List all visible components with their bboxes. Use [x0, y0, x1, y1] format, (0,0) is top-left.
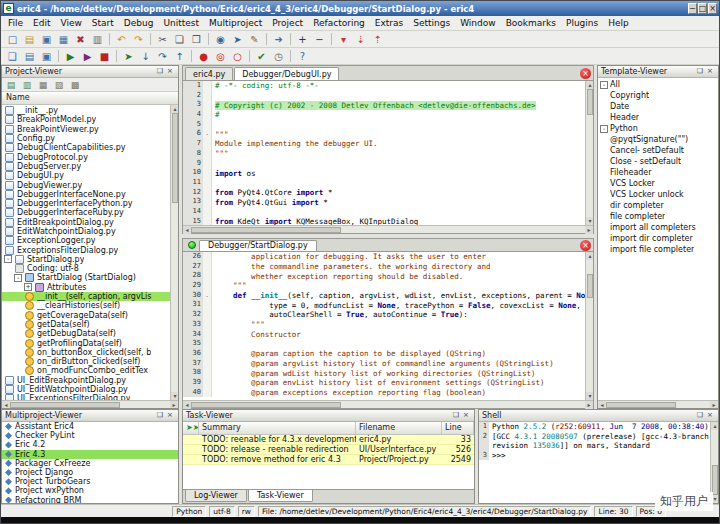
step-out-button[interactable]: ↑	[171, 49, 188, 64]
task-row[interactable]: TODO: release - reenable redirectionUI/U…	[183, 445, 474, 455]
template-viewer-header[interactable]: Template-Viewer ❏ ×	[598, 66, 718, 78]
cut-button[interactable]: ✂	[154, 32, 171, 47]
step-over-button[interactable]: ↷	[154, 49, 171, 64]
shell-line[interactable]: 2[GCC 4.3.1 20080507 (prerelease) [gcc-4…	[479, 432, 710, 442]
multiproject-item[interactable]: Packager CxFreeze	[2, 459, 178, 468]
template-tree-item[interactable]: VCS Locker unlock	[598, 189, 718, 200]
step-button[interactable]: ↓	[137, 49, 154, 64]
project-sources-button[interactable]: ▤	[4, 79, 18, 91]
project-tree-item[interactable]: DebugServer.py	[2, 162, 170, 171]
scroll-left-icon[interactable]: ◂	[2, 401, 10, 409]
code-line[interactable]: 15from KdeQt import KQMessageBox, KQInpu…	[183, 217, 585, 225]
redo-button[interactable]: ↷	[130, 32, 147, 47]
scroll-right-icon[interactable]: ▸	[170, 401, 178, 409]
code-line[interactable]: 10import os	[183, 168, 585, 178]
project-tree-item[interactable]: DebugViewer.py	[2, 180, 170, 189]
code-line[interactable]: 40 @param exceptions exception reporting…	[183, 388, 585, 398]
editor-2-horizontal-scrollbar[interactable]: ◂ ▸	[183, 400, 593, 408]
scroll-up-icon[interactable]: ▴	[171, 105, 178, 113]
code-line[interactable]: 2	[183, 91, 585, 101]
code-line[interactable]: 36 @param caption the caption to be disp…	[183, 349, 585, 359]
project-tree-item[interactable]: on_buttonBox_clicked(self, b	[2, 348, 170, 357]
scroll-thumb[interactable]	[587, 274, 593, 298]
scroll-track[interactable]	[341, 401, 585, 408]
code-line[interactable]: 13from PyQt4.QtGui import *	[183, 197, 585, 207]
scroll-left-icon[interactable]: ◂	[183, 226, 191, 234]
project-tree-item[interactable]: DebuggerInterfacePython.py	[2, 199, 170, 208]
expander-icon[interactable]: -	[14, 274, 22, 282]
project-tree-item[interactable]: EditBreakpointDialog.py	[2, 218, 170, 227]
template-tree-item[interactable]: import all completers	[598, 222, 718, 233]
scroll-left-icon[interactable]: ◂	[183, 401, 191, 409]
scroll-track[interactable]	[711, 430, 718, 465]
menu-edit[interactable]: Edit	[28, 17, 55, 29]
whats-this-help-button[interactable]: ?	[294, 49, 311, 64]
next-breakpoint-button[interactable]: ◎	[212, 49, 229, 64]
menu-extras[interactable]: Extras	[370, 17, 408, 29]
scroll-right-icon[interactable]: ▸	[585, 226, 593, 234]
run-script-button[interactable]: ▶	[62, 49, 79, 64]
menu-unittest[interactable]: Unittest	[158, 17, 204, 29]
minimize-button[interactable]: −	[688, 3, 697, 14]
project-tree-item[interactable]: DebuggerInterfaceRuby.py	[2, 208, 170, 217]
editor-2-code[interactable]: 26 application for debugging. It asks th…	[183, 252, 585, 400]
code-line[interactable]: 29 """	[183, 281, 585, 291]
task-row[interactable]: TODO: remove method for eric 4.3Project/…	[183, 455, 474, 465]
tab-startdialog[interactable]: Debugger/StartDialog.py	[199, 240, 317, 251]
template-tree-item[interactable]: dir completer	[598, 200, 718, 211]
profile-button[interactable]: ◷	[270, 49, 287, 64]
tab-log-viewer[interactable]: Log-Viewer	[185, 490, 247, 502]
menu-window[interactable]: Window	[455, 17, 501, 29]
project-tree-item[interactable]: +Attributes	[2, 283, 170, 292]
code-line[interactable]: 6-"""	[183, 129, 585, 139]
scroll-up-icon[interactable]: ▴	[586, 252, 593, 260]
save-project-button[interactable]: ▣	[38, 49, 55, 64]
template-tree-item[interactable]: Cancel- setDefault	[598, 145, 718, 156]
template-tree-item[interactable]: Fileheader	[598, 167, 718, 178]
editor-1-vertical-scrollbar[interactable]: ▴ ▾	[585, 81, 593, 225]
code-line[interactable]: 9	[183, 159, 585, 169]
project-tree-item[interactable]: -StartDialog (StartDialog)	[2, 273, 170, 282]
multiproject-item[interactable]: Eric 4.2	[2, 440, 178, 449]
menu-refactoring[interactable]: Refactoring	[308, 17, 370, 29]
multiproject-item[interactable]: Project TurboGears	[2, 477, 178, 486]
editor-tab[interactable]: eric4.py	[185, 67, 233, 80]
project-tree-item[interactable]: on_dirButton_clicked(self)	[2, 357, 170, 366]
project-tree-item[interactable]: BreakPointViewer.py	[2, 125, 170, 134]
code-line[interactable]: 1# -*- coding: utf-8 -*-	[183, 81, 585, 91]
scroll-up-icon[interactable]: ▴	[586, 81, 593, 89]
project-tree-item[interactable]: DebugUI.py	[2, 171, 170, 180]
menu-help[interactable]: Help	[603, 17, 634, 29]
bookmark-next-button[interactable]: ⇣	[352, 32, 369, 47]
project-tree-item[interactable]: __init__(self, caption, argvLis	[2, 292, 170, 301]
column-header-filename[interactable]: Filename	[356, 422, 442, 434]
multiproject-viewer-header[interactable]: Multiproject-Viewer ❏ ×	[2, 410, 178, 422]
float-panel-icon[interactable]: ❏	[155, 411, 165, 421]
search-next-button[interactable]: ➤	[229, 32, 246, 47]
shell-header[interactable]: Shell ❏ ×	[479, 410, 718, 422]
project-viewer-header[interactable]: Project-Viewer ❏ ×	[2, 66, 178, 78]
project-tree-item[interactable]: UI_EditBreakpointDialog.py	[2, 376, 170, 385]
scroll-right-icon[interactable]: ▸	[710, 401, 718, 409]
column-header-line[interactable]: Line	[442, 422, 474, 434]
project-forms-button[interactable]: ▥	[20, 79, 34, 91]
project-tree-item[interactable]: __init__.py	[2, 106, 170, 115]
code-line[interactable]: 26 application for debugging. It asks th…	[183, 252, 585, 262]
save-all-button[interactable]: ▦	[55, 32, 72, 47]
scroll-track[interactable]	[586, 115, 593, 217]
menu-settings[interactable]: Settings	[408, 17, 455, 29]
print-button[interactable]: ▥	[89, 32, 106, 47]
project-tree-item[interactable]: UI_EditWatchpointDialog.py	[2, 385, 170, 394]
open-project-button[interactable]: ▤	[21, 49, 38, 64]
task-row[interactable]: TODO: reenable for 4.3.x developmenteric…	[183, 435, 474, 445]
template-tree-item[interactable]: -Python	[598, 123, 718, 134]
project-tree-item[interactable]: Coding: utf-8	[2, 264, 170, 273]
float-panel-icon[interactable]: ❏	[155, 67, 165, 77]
close-panel-icon[interactable]: ×	[461, 411, 471, 421]
bookmark-toggle-button[interactable]: ▾	[335, 32, 352, 47]
toggle-breakpoint-button[interactable]: ●	[195, 49, 212, 64]
close-panel-icon[interactable]: ×	[165, 411, 175, 421]
project-tree-item[interactable]: DebuggerInterfaceNone.py	[2, 190, 170, 199]
paste-button[interactable]: ❒	[188, 32, 205, 47]
debug-script-button[interactable]: ▶	[79, 49, 96, 64]
